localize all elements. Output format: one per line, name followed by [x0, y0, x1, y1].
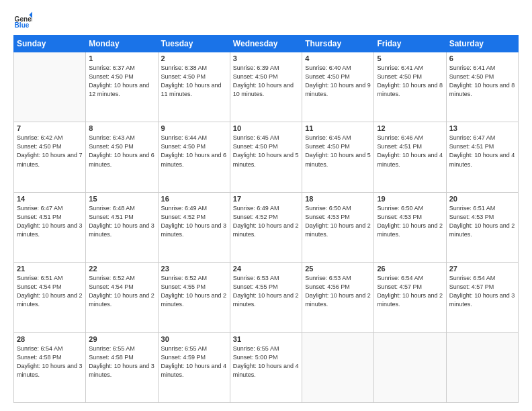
- day-info: Sunrise: 6:41 AMSunset: 4:50 PMDaylight:…: [449, 64, 515, 99]
- day-number: 5: [377, 54, 443, 62]
- calendar-cell: 14Sunrise: 6:47 AMSunset: 4:51 PMDayligh…: [14, 192, 86, 262]
- day-number: 7: [17, 124, 83, 132]
- day-info: Sunrise: 6:52 AMSunset: 4:55 PMDaylight:…: [161, 274, 227, 309]
- calendar-cell: 23Sunrise: 6:52 AMSunset: 4:55 PMDayligh…: [158, 263, 230, 332]
- calendar-cell: 20Sunrise: 6:51 AMSunset: 4:53 PMDayligh…: [446, 192, 518, 262]
- day-info: Sunrise: 6:54 AMSunset: 4:58 PMDaylight:…: [17, 345, 83, 379]
- day-info: Sunrise: 6:54 AMSunset: 4:57 PMDaylight:…: [449, 274, 515, 309]
- calendar-cell: [374, 332, 446, 402]
- logo-icon: General Blue: [13, 11, 32, 30]
- day-number: 3: [233, 54, 299, 62]
- logo: General Blue: [13, 11, 35, 30]
- day-info: Sunrise: 6:37 AMSunset: 4:50 PMDaylight:…: [89, 64, 154, 99]
- calendar-cell: 1Sunrise: 6:37 AMSunset: 4:50 PMDaylight…: [86, 52, 158, 122]
- day-number: 25: [305, 265, 371, 273]
- day-info: Sunrise: 6:51 AMSunset: 4:53 PMDaylight:…: [449, 204, 515, 239]
- day-number: 26: [377, 265, 443, 273]
- calendar-cell: 17Sunrise: 6:49 AMSunset: 4:52 PMDayligh…: [230, 192, 302, 262]
- calendar-cell: 26Sunrise: 6:54 AMSunset: 4:57 PMDayligh…: [374, 263, 446, 332]
- calendar-cell: 31Sunrise: 6:55 AMSunset: 5:00 PMDayligh…: [230, 332, 302, 402]
- day-number: 21: [17, 265, 83, 273]
- day-number: 16: [161, 195, 227, 203]
- day-info: Sunrise: 6:38 AMSunset: 4:50 PMDaylight:…: [161, 64, 227, 99]
- day-info: Sunrise: 6:52 AMSunset: 4:54 PMDaylight:…: [89, 274, 154, 309]
- weekday-header-saturday: Saturday: [446, 36, 518, 52]
- calendar-cell: 30Sunrise: 6:55 AMSunset: 4:59 PMDayligh…: [158, 332, 230, 402]
- day-number: 1: [89, 54, 154, 62]
- weekday-header-wednesday: Wednesday: [230, 36, 302, 52]
- week-row-1: 1Sunrise: 6:37 AMSunset: 4:50 PMDaylight…: [14, 52, 519, 122]
- calendar-cell: 10Sunrise: 6:45 AMSunset: 4:50 PMDayligh…: [230, 122, 302, 192]
- day-number: 9: [161, 124, 227, 132]
- calendar-cell: 4Sunrise: 6:40 AMSunset: 4:50 PMDaylight…: [302, 52, 374, 122]
- day-number: 17: [233, 195, 299, 203]
- calendar-cell: 13Sunrise: 6:47 AMSunset: 4:51 PMDayligh…: [446, 122, 518, 192]
- day-info: Sunrise: 6:49 AMSunset: 4:52 PMDaylight:…: [161, 204, 227, 239]
- calendar-cell: 24Sunrise: 6:53 AMSunset: 4:55 PMDayligh…: [230, 263, 302, 332]
- weekday-header-tuesday: Tuesday: [158, 36, 230, 52]
- day-number: 22: [89, 265, 154, 273]
- day-info: Sunrise: 6:47 AMSunset: 4:51 PMDaylight:…: [17, 204, 83, 239]
- calendar-cell: [446, 332, 518, 402]
- day-info: Sunrise: 6:53 AMSunset: 4:55 PMDaylight:…: [233, 274, 299, 309]
- day-number: 6: [449, 54, 515, 62]
- day-number: 11: [305, 124, 371, 132]
- day-number: 31: [233, 335, 299, 343]
- day-number: 14: [17, 195, 83, 203]
- day-number: 27: [449, 265, 515, 273]
- weekday-header-thursday: Thursday: [302, 36, 374, 52]
- day-number: 4: [305, 54, 371, 62]
- day-info: Sunrise: 6:55 AMSunset: 4:59 PMDaylight:…: [161, 345, 227, 379]
- day-info: Sunrise: 6:42 AMSunset: 4:50 PMDaylight:…: [17, 134, 83, 169]
- day-info: Sunrise: 6:45 AMSunset: 4:50 PMDaylight:…: [233, 134, 299, 169]
- weekday-header-row: SundayMondayTuesdayWednesdayThursdayFrid…: [14, 36, 519, 52]
- weekday-header-monday: Monday: [86, 36, 158, 52]
- day-number: 28: [17, 335, 83, 343]
- day-number: 30: [161, 335, 227, 343]
- day-number: 2: [161, 54, 227, 62]
- calendar-cell: 7Sunrise: 6:42 AMSunset: 4:50 PMDaylight…: [14, 122, 86, 192]
- day-number: 10: [233, 124, 299, 132]
- day-number: 20: [449, 195, 515, 203]
- calendar-cell: 18Sunrise: 6:50 AMSunset: 4:53 PMDayligh…: [302, 192, 374, 262]
- day-number: 24: [233, 265, 299, 273]
- calendar-cell: 27Sunrise: 6:54 AMSunset: 4:57 PMDayligh…: [446, 263, 518, 332]
- calendar-cell: 29Sunrise: 6:55 AMSunset: 4:58 PMDayligh…: [86, 332, 158, 402]
- week-row-3: 14Sunrise: 6:47 AMSunset: 4:51 PMDayligh…: [14, 192, 519, 262]
- day-info: Sunrise: 6:55 AMSunset: 4:58 PMDaylight:…: [89, 345, 154, 379]
- calendar-cell: 2Sunrise: 6:38 AMSunset: 4:50 PMDaylight…: [158, 52, 230, 122]
- day-info: Sunrise: 6:43 AMSunset: 4:50 PMDaylight:…: [89, 134, 154, 169]
- day-info: Sunrise: 6:50 AMSunset: 4:53 PMDaylight:…: [377, 204, 443, 239]
- calendar-cell: 8Sunrise: 6:43 AMSunset: 4:50 PMDaylight…: [86, 122, 158, 192]
- day-info: Sunrise: 6:50 AMSunset: 4:53 PMDaylight:…: [305, 204, 371, 239]
- day-number: 13: [449, 124, 515, 132]
- weekday-header-sunday: Sunday: [14, 36, 86, 52]
- day-info: Sunrise: 6:53 AMSunset: 4:56 PMDaylight:…: [305, 274, 371, 309]
- day-number: 18: [305, 195, 371, 203]
- svg-text:Blue: Blue: [15, 21, 30, 29]
- calendar-cell: 5Sunrise: 6:41 AMSunset: 4:50 PMDaylight…: [374, 52, 446, 122]
- calendar-cell: 25Sunrise: 6:53 AMSunset: 4:56 PMDayligh…: [302, 263, 374, 332]
- calendar-cell: [14, 52, 86, 122]
- calendar-cell: 16Sunrise: 6:49 AMSunset: 4:52 PMDayligh…: [158, 192, 230, 262]
- header: General Blue: [13, 11, 519, 30]
- day-info: Sunrise: 6:49 AMSunset: 4:52 PMDaylight:…: [233, 204, 299, 239]
- calendar-cell: 12Sunrise: 6:46 AMSunset: 4:51 PMDayligh…: [374, 122, 446, 192]
- day-info: Sunrise: 6:46 AMSunset: 4:51 PMDaylight:…: [377, 134, 443, 169]
- calendar-cell: 22Sunrise: 6:52 AMSunset: 4:54 PMDayligh…: [86, 263, 158, 332]
- week-row-4: 21Sunrise: 6:51 AMSunset: 4:54 PMDayligh…: [14, 263, 519, 332]
- calendar-cell: 11Sunrise: 6:45 AMSunset: 4:50 PMDayligh…: [302, 122, 374, 192]
- day-info: Sunrise: 6:54 AMSunset: 4:57 PMDaylight:…: [377, 274, 443, 309]
- day-info: Sunrise: 6:48 AMSunset: 4:51 PMDaylight:…: [89, 204, 154, 239]
- day-info: Sunrise: 6:47 AMSunset: 4:51 PMDaylight:…: [449, 134, 515, 169]
- page: General Blue SundayMondayTuesdayWednesda…: [0, 0, 532, 411]
- day-info: Sunrise: 6:45 AMSunset: 4:50 PMDaylight:…: [305, 134, 371, 169]
- calendar-cell: [302, 332, 374, 402]
- day-info: Sunrise: 6:55 AMSunset: 5:00 PMDaylight:…: [233, 345, 299, 379]
- day-number: 29: [89, 335, 154, 343]
- calendar-cell: 15Sunrise: 6:48 AMSunset: 4:51 PMDayligh…: [86, 192, 158, 262]
- day-number: 15: [89, 195, 154, 203]
- weekday-header-friday: Friday: [374, 36, 446, 52]
- calendar-cell: 9Sunrise: 6:44 AMSunset: 4:50 PMDaylight…: [158, 122, 230, 192]
- day-number: 19: [377, 195, 443, 203]
